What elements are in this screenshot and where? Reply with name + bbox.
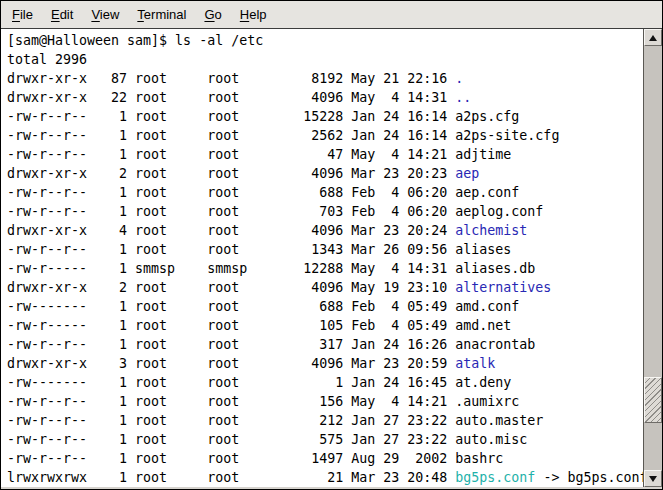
listing-row: -rw-r----- 1 smmsp smmsp 12288 May 4 14:…	[7, 259, 643, 278]
file-name: anacrontab	[455, 337, 535, 352]
listing-row: -rw------- 1 root root 688 Feb 4 05:49 a…	[7, 297, 643, 316]
file-name: .aumixrc	[455, 394, 519, 409]
listing-row: -rw-r----- 1 root root 105 Feb 4 05:49 a…	[7, 316, 643, 335]
file-name: a2ps-site.cfg	[455, 128, 559, 143]
directory-name: alchemist	[455, 223, 527, 238]
file-name: auto.master	[455, 413, 543, 428]
listing-row: drwxr-xr-x 3 root root 4096 Mar 23 20:59…	[7, 354, 643, 373]
menu-item-view[interactable]: View	[82, 2, 128, 27]
file-name: at.deny	[455, 375, 511, 390]
file-name: amd.net	[455, 318, 511, 333]
file-name: aep.conf	[455, 185, 519, 200]
listing-row: drwxr-xr-x 2 root root 4096 Mar 23 20:23…	[7, 164, 643, 183]
triangle-up-icon	[649, 35, 657, 41]
file-name: aeplog.conf	[455, 204, 543, 219]
menu-item-terminal[interactable]: Terminal	[128, 2, 195, 27]
menu-item-go[interactable]: Go	[195, 2, 230, 27]
listing-row: -rw-r--r-- 1 root root 575 Jan 27 23:22 …	[7, 430, 643, 449]
menu-item-edit[interactable]: Edit	[42, 2, 82, 27]
listing-row: lrwxrwxrwx 1 root root 21 Mar 23 20:48 b…	[7, 468, 643, 487]
directory-name: .	[455, 71, 463, 86]
directory-name: ..	[455, 90, 471, 105]
listing-row: -rw-r--r-- 1 root root 156 May 4 14:21 .…	[7, 392, 643, 411]
scrollbar-thumb[interactable]	[644, 377, 662, 423]
directory-name: aep	[455, 166, 479, 181]
listing-row: -rw-r--r-- 1 root root 317 Jan 24 16:26 …	[7, 335, 643, 354]
symlink-name: bg5ps.conf	[455, 470, 535, 485]
listing-row: -rw-r--r-- 1 root root 703 Feb 4 06:20 a…	[7, 202, 643, 221]
listing-row: drwxr-xr-x 87 root root 8192 May 21 22:1…	[7, 69, 643, 88]
listing-row: -rw-r--r-- 1 root root 47 May 4 14:21 ad…	[7, 145, 643, 164]
file-name: amd.conf	[455, 299, 519, 314]
file-name: aliases	[455, 242, 511, 257]
scroll-up-button[interactable]	[644, 29, 662, 46]
listing-row: -rw-r--r-- 1 root root 1497 Aug 29 2002 …	[7, 449, 643, 468]
triangle-down-icon	[649, 476, 657, 482]
terminal-window: FileEditViewTerminalGoHelp [sam@Hallowee…	[0, 0, 663, 490]
file-name: adjtime	[455, 147, 511, 162]
terminal-content: [sam@Halloween sam]$ ls -al /etctotal 29…	[1, 29, 662, 487]
directory-name: atalk	[455, 356, 495, 371]
listing-row: -rw-r--r-- 1 root root 15228 Jan 24 16:1…	[7, 107, 643, 126]
listing-row: drwxr-xr-x 22 root root 4096 May 4 14:31…	[7, 88, 643, 107]
file-name: aliases.db	[455, 261, 535, 276]
scrollbar-trough[interactable]	[644, 46, 662, 470]
listing-row: -rw-r--r-- 1 root root 212 Jan 27 23:22 …	[7, 411, 643, 430]
listing-row: drwxr-xr-x 2 root root 4096 May 19 23:10…	[7, 278, 643, 297]
listing-row: -rw-r--r-- 1 root root 1343 Mar 26 09:56…	[7, 240, 643, 259]
file-name: auto.misc	[455, 432, 527, 447]
file-name: a2ps.cfg	[455, 109, 519, 124]
directory-name: alternatives	[455, 280, 551, 295]
prompt-line: [sam@Halloween sam]$ ls -al /etc	[7, 31, 643, 50]
listing-row: -rw-r--r-- 1 root root 688 Feb 4 06:20 a…	[7, 183, 643, 202]
listing-row: -rw------- 1 root root 1 Jan 24 16:45 at…	[7, 373, 643, 392]
scroll-down-button[interactable]	[644, 470, 662, 487]
window-bottom-strip	[1, 487, 662, 489]
listing-row: -rw-r--r-- 1 root root 2562 Jan 24 16:14…	[7, 126, 643, 145]
menu-bar: FileEditViewTerminalGoHelp	[1, 1, 662, 29]
file-name: bashrc	[455, 451, 503, 466]
listing-row: drwxr-xr-x 4 root root 4096 Mar 23 20:24…	[7, 221, 643, 240]
total-line: total 2996	[7, 50, 643, 69]
scrollbar[interactable]	[643, 29, 662, 487]
terminal-screen[interactable]: [sam@Halloween sam]$ ls -al /etctotal 29…	[1, 29, 643, 487]
menu-item-file[interactable]: File	[3, 2, 42, 27]
menu-item-help[interactable]: Help	[231, 2, 276, 27]
